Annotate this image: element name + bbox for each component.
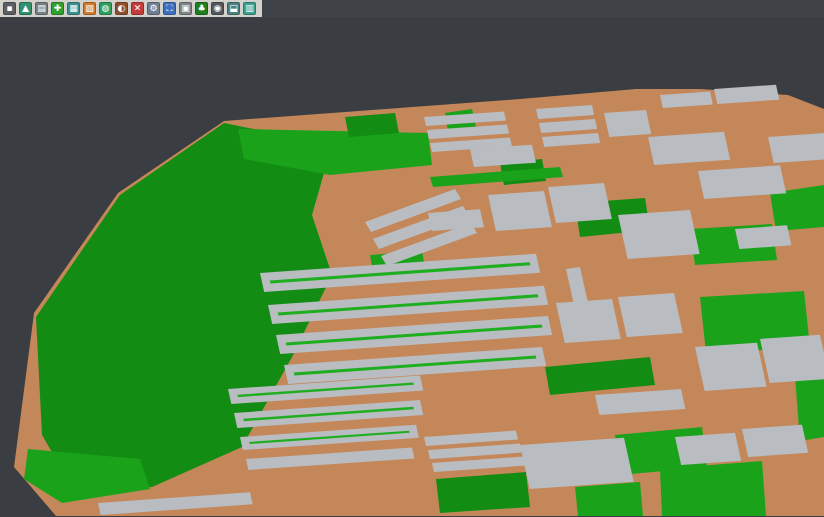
layers-icon[interactable]: ▤	[35, 2, 48, 15]
measure-icon[interactable]: ✕	[131, 2, 144, 15]
building-roof	[488, 191, 552, 231]
building-roof	[742, 425, 808, 457]
vegetation-patch	[436, 472, 530, 513]
camera-icon[interactable]: ◉	[211, 2, 224, 15]
building-roof	[520, 438, 634, 489]
pointer-icon[interactable]: ▪	[3, 2, 16, 15]
forest-icon[interactable]: ♣	[195, 2, 208, 15]
building-roof	[675, 433, 741, 465]
3d-viewport[interactable]	[0, 17, 824, 517]
building-roof	[698, 165, 786, 199]
building-roof	[604, 110, 651, 137]
building-roof	[548, 183, 612, 223]
globe-icon[interactable]: ◍	[99, 2, 112, 15]
building-roof	[768, 133, 824, 163]
vegetation-icon[interactable]: ✚	[51, 2, 64, 15]
building-roof	[556, 299, 621, 343]
point-cloud-scene	[0, 17, 824, 517]
export-icon[interactable]: ⬓	[227, 2, 240, 15]
building-roof	[735, 225, 791, 249]
vegetation-patch	[660, 461, 766, 516]
app-window: ▪▲▤✚▦▧◍◐✕⚙⛶▣♣◉⬓▥	[0, 0, 824, 517]
vegetation-patch	[345, 113, 399, 137]
stats-icon[interactable]: ▥	[243, 2, 256, 15]
toolbar-icons: ▪▲▤✚▦▧◍◐✕⚙⛶▣♣◉⬓▥	[0, 0, 262, 18]
vegetation-patch	[575, 482, 643, 516]
building-roof	[618, 293, 683, 337]
building-roof	[428, 209, 484, 231]
classify-icon[interactable]: ▧	[83, 2, 96, 15]
gear-icon[interactable]: ⚙	[147, 2, 160, 15]
terrain-icon[interactable]: ▲	[19, 2, 32, 15]
grid-icon[interactable]: ▦	[67, 2, 80, 15]
building-roof	[648, 132, 730, 165]
crop-icon[interactable]: ⛶	[163, 2, 176, 15]
building-roof	[618, 210, 700, 259]
palette-icon[interactable]: ◐	[115, 2, 128, 15]
toolbar: ▪▲▤✚▦▧◍◐✕⚙⛶▣♣◉⬓▥	[0, 0, 824, 17]
building-roof	[695, 343, 767, 391]
snapshot-icon[interactable]: ▣	[179, 2, 192, 15]
building-roof	[760, 335, 824, 383]
